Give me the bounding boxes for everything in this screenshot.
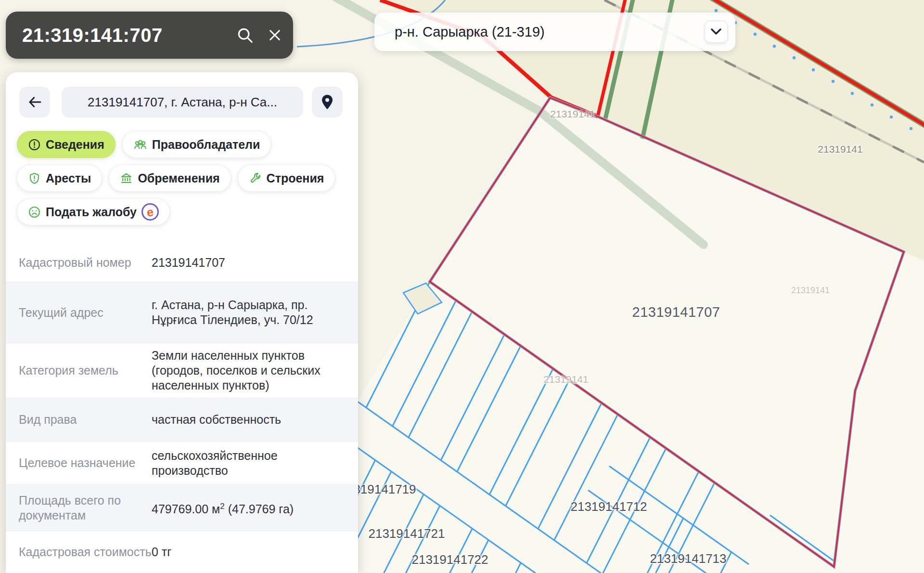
- detail-row-purpose: Целевое назначение сельскохозяйственное …: [6, 441, 358, 484]
- detail-row-current-address: Текущий адрес г. Астана, р-н Сарыарка, п…: [6, 282, 358, 343]
- arrow-left-icon: [27, 94, 42, 110]
- map-label-parcel-713: 21319141713: [650, 551, 726, 566]
- detail-row-land-category: Категория земель Земли населенных пункто…: [6, 343, 358, 398]
- detail-row-cadastral-cost: Кадастровая стоимость 0 тг: [6, 531, 358, 573]
- map-label-parcel-712: 21319141712: [570, 499, 647, 514]
- address-chip[interactable]: 21319141707, г. Астана, р-н Са...: [62, 87, 303, 117]
- detail-label: Целевое назначение: [6, 442, 152, 484]
- people-icon: [133, 138, 147, 151]
- map-label-parcel-selected: 21319141707: [632, 304, 720, 320]
- tab-label: Правообладатели: [152, 138, 260, 152]
- search-input[interactable]: 21:319:141:707: [6, 25, 233, 46]
- map-label-parcel-721: 21319141721: [368, 526, 445, 541]
- detail-value: г. Астана, р-н Сарыарка, пр. Нұрғиса Тіл…: [152, 282, 331, 343]
- detail-label: Площадь всего по документам: [6, 485, 152, 531]
- shield-alert-icon: [28, 172, 41, 185]
- bank-icon: [120, 172, 133, 185]
- detail-row-area: Площадь всего по документам 479769.00 м2…: [6, 484, 358, 531]
- detail-label: Вид права: [6, 398, 152, 441]
- detail-label: Кадастровый номер: [6, 243, 152, 282]
- tab-stroeniya[interactable]: Строения: [238, 165, 335, 192]
- region-selector[interactable]: р-н. Сарыарка (21-319): [374, 13, 735, 51]
- map-label-quarter-mid: 21319141: [550, 108, 595, 120]
- detail-row-right-type: Вид права частная собственность: [6, 398, 358, 441]
- eotinish-logo: e: [141, 202, 160, 221]
- detail-value: частная собственность: [152, 398, 331, 441]
- location-pin-icon: [320, 94, 334, 110]
- detail-value: Земли населенных пунктов (городов, посел…: [152, 343, 331, 398]
- locate-on-map-button[interactable]: [312, 87, 343, 117]
- region-dropdown-button[interactable]: [705, 21, 728, 43]
- wrench-icon: [249, 172, 262, 185]
- tab-pravoobladateli[interactable]: Правообладатели: [122, 131, 271, 158]
- detail-label: Текущий адрес: [6, 282, 152, 343]
- tab-label: Строения: [267, 171, 324, 185]
- map-label-quarter-ne: 21319141: [818, 143, 862, 155]
- tab-label: Сведения: [46, 138, 104, 152]
- tab-label: Подать жалобу: [46, 205, 137, 219]
- submit-complaint-button[interactable]: Подать жалобу e: [17, 198, 170, 225]
- detail-value: 479769.00 м2 (47.9769 га): [152, 485, 331, 531]
- detail-label: Кадастровая стоимость: [6, 531, 152, 573]
- back-button[interactable]: [19, 87, 50, 117]
- parcel-info-panel: 21319141707, г. Астана, р-н Са... Сведен…: [6, 72, 358, 573]
- tab-svedeniya[interactable]: Сведения: [17, 131, 116, 158]
- region-selector-value: р-н. Сарыарка (21-319): [374, 24, 705, 40]
- info-alert-icon: [28, 138, 41, 151]
- detail-value: 21319141707: [152, 243, 331, 282]
- detail-value: 0 тг: [152, 531, 331, 573]
- search-clear-button[interactable]: [263, 24, 286, 47]
- search-bar[interactable]: 21:319:141:707: [6, 12, 293, 59]
- tab-label: Аресты: [46, 171, 91, 185]
- tab-obremeneniya[interactable]: Обременения: [109, 165, 231, 192]
- detail-value: сельскохозяйственное производство: [152, 442, 331, 484]
- map-label-parcel-722: 21319141722: [411, 552, 488, 567]
- search-icon: [236, 26, 254, 44]
- search-button[interactable]: [233, 24, 257, 47]
- close-icon: [267, 27, 282, 43]
- tab-label: Обременения: [138, 171, 219, 185]
- map-label-quarter-sw: 21319141: [543, 374, 588, 385]
- tab-aresty[interactable]: Аресты: [17, 165, 102, 192]
- sad-face-icon: [28, 206, 41, 219]
- parcel-details-table: Кадастровый номер 21319141707 Текущий ад…: [6, 243, 358, 573]
- detail-row-cadastral-number: Кадастровый номер 21319141707: [6, 243, 358, 282]
- chevron-down-icon: [711, 28, 721, 35]
- detail-label: Категория земель: [6, 343, 152, 398]
- map-label-quarter-e: 21319141: [791, 286, 830, 296]
